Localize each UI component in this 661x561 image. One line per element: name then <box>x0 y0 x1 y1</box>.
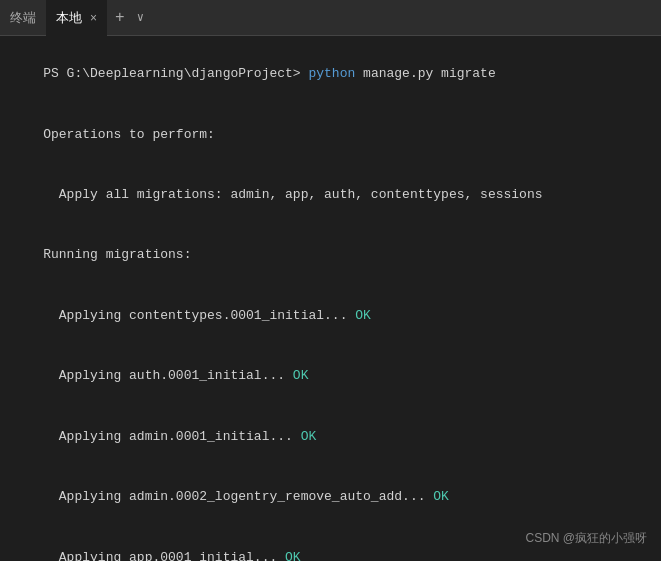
output-line-0: Operations to perform: <box>12 104 649 164</box>
terminal-body: PS G:\Deeplearning\djangoProject> python… <box>0 36 661 561</box>
tab-add-icon[interactable]: + <box>107 0 133 36</box>
output-line-4: Applying auth.0001_initial... OK <box>12 346 649 406</box>
tab-close-icon[interactable]: × <box>90 11 97 25</box>
tab-bar: 终端 本地 × + ∨ <box>0 0 661 36</box>
output-line-2: Running migrations: <box>12 225 649 285</box>
tab-local[interactable]: 本地 × <box>46 0 107 36</box>
watermark: CSDN @疯狂的小强呀 <box>525 530 647 547</box>
output-line-5: Applying admin.0001_initial... OK <box>12 407 649 467</box>
cmd-rest: manage.py migrate <box>355 66 495 81</box>
prompt-text: PS G:\Deeplearning\djangoProject> <box>43 66 308 81</box>
output-line-3: Applying contenttypes.0001_initial... OK <box>12 286 649 346</box>
command-line: PS G:\Deeplearning\djangoProject> python… <box>12 44 649 104</box>
cmd-python: python <box>308 66 355 81</box>
tab-local-label: 本地 <box>56 9 82 27</box>
output-line-6: Applying admin.0002_logentry_remove_auto… <box>12 467 649 527</box>
tab-terminal-label: 终端 <box>10 10 36 25</box>
output-line-1: Apply all migrations: admin, app, auth, … <box>12 165 649 225</box>
tab-arrow-icon[interactable]: ∨ <box>133 0 148 36</box>
tab-terminal[interactable]: 终端 <box>0 0 46 36</box>
